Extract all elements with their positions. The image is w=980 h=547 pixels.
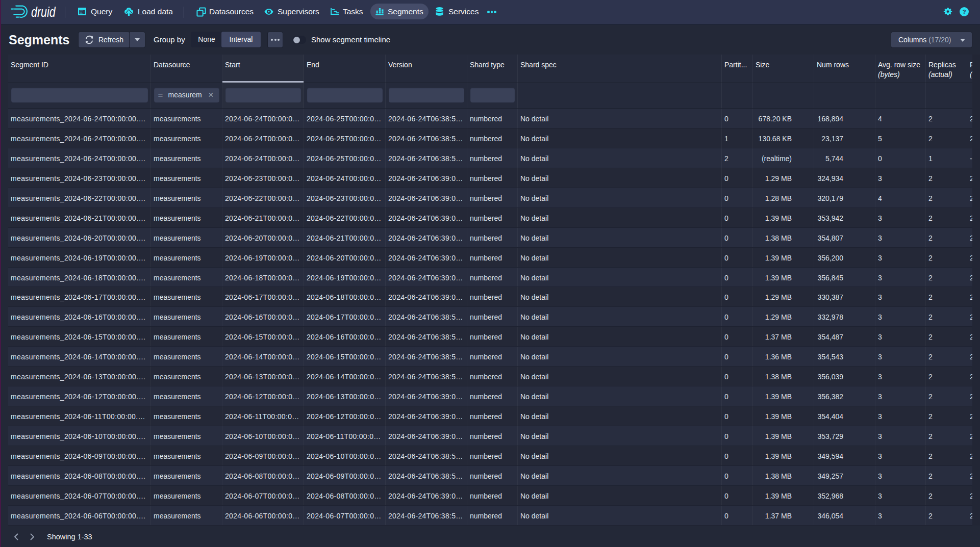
svg-text:?: ?: [962, 8, 966, 15]
